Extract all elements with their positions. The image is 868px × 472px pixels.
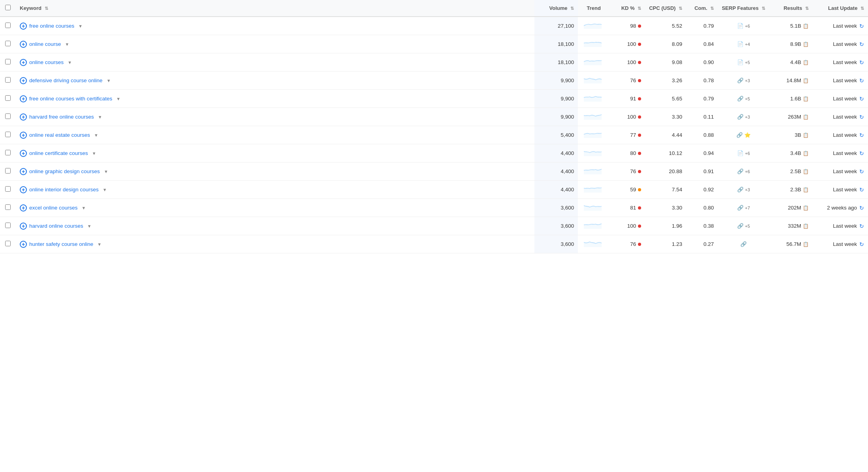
- keyword-link[interactable]: online real estate courses: [29, 132, 90, 138]
- kd-sort-icon[interactable]: ⇅: [638, 6, 641, 11]
- expand-keyword-button[interactable]: ▼: [105, 77, 112, 84]
- row-checkbox[interactable]: [5, 41, 11, 46]
- volume-value: 4,400: [560, 168, 574, 174]
- update-cell: Last week ↻: [813, 235, 868, 253]
- expand-keyword-button[interactable]: ▼: [115, 96, 122, 102]
- header-kd[interactable]: KD % ⇅: [609, 0, 645, 17]
- refresh-icon[interactable]: ↻: [859, 187, 864, 193]
- add-keyword-button[interactable]: +: [20, 95, 27, 102]
- keyword-sort-icon[interactable]: ⇅: [45, 6, 48, 11]
- com-cell: 0.27: [686, 235, 718, 253]
- refresh-icon[interactable]: ↻: [859, 150, 864, 157]
- header-serp[interactable]: SERP Features ⇅: [718, 0, 769, 17]
- refresh-icon[interactable]: ↻: [859, 41, 864, 47]
- expand-keyword-button[interactable]: ▼: [66, 59, 74, 66]
- results-copy-icon: 📋: [803, 23, 809, 29]
- expand-keyword-button[interactable]: ▼: [77, 23, 84, 29]
- com-cell: 0.91: [686, 162, 718, 181]
- add-keyword-button[interactable]: +: [20, 223, 27, 230]
- keyword-link[interactable]: harvard free online courses: [29, 114, 94, 120]
- add-keyword-button[interactable]: +: [20, 59, 27, 66]
- cpc-cell: 1.23: [645, 235, 686, 253]
- expand-keyword-button[interactable]: ▼: [102, 168, 110, 175]
- keyword-link[interactable]: online interior design courses: [29, 187, 99, 193]
- refresh-icon[interactable]: ↻: [859, 77, 864, 84]
- cpc-cell: 4.44: [645, 126, 686, 144]
- row-checkbox[interactable]: [5, 168, 11, 174]
- add-keyword-button[interactable]: +: [20, 41, 27, 48]
- cpc-cell: 10.12: [645, 144, 686, 162]
- header-last-update[interactable]: Last Update ⇅: [813, 0, 868, 17]
- cpc-value: 3.30: [672, 205, 682, 211]
- add-keyword-button[interactable]: +: [20, 241, 27, 248]
- row-checkbox[interactable]: [5, 132, 11, 137]
- refresh-icon[interactable]: ↻: [859, 59, 864, 66]
- add-keyword-button[interactable]: +: [20, 186, 27, 193]
- serp-sort-icon[interactable]: ⇅: [762, 6, 765, 11]
- refresh-icon[interactable]: ↻: [859, 241, 864, 247]
- refresh-icon[interactable]: ↻: [859, 205, 864, 211]
- expand-keyword-button[interactable]: ▼: [96, 114, 104, 120]
- row-checkbox[interactable]: [5, 186, 11, 192]
- add-keyword-button[interactable]: +: [20, 23, 27, 30]
- keyword-link[interactable]: defensive driving course online: [29, 77, 102, 83]
- refresh-icon[interactable]: ↻: [859, 223, 864, 229]
- refresh-icon[interactable]: ↻: [859, 23, 864, 29]
- header-results[interactable]: Results ⇅: [769, 0, 813, 17]
- expand-keyword-button[interactable]: ▼: [101, 187, 109, 193]
- serp-doc-icon: 📄: [737, 41, 743, 47]
- keyword-cell: + online courses ▼: [16, 53, 534, 72]
- add-keyword-button[interactable]: +: [20, 77, 27, 84]
- refresh-icon[interactable]: ↻: [859, 96, 864, 102]
- refresh-icon[interactable]: ↻: [859, 168, 864, 175]
- row-checkbox[interactable]: [5, 241, 11, 246]
- results-sort-icon[interactable]: ⇅: [805, 6, 809, 11]
- keyword-link[interactable]: online graphic design courses: [29, 168, 100, 174]
- cpc-sort-icon[interactable]: ⇅: [679, 6, 682, 11]
- header-cpc[interactable]: CPC (USD) ⇅: [645, 0, 686, 17]
- expand-keyword-button[interactable]: ▼: [91, 150, 98, 157]
- table-row: + online certificate courses ▼ 4,400 80 …: [0, 144, 868, 162]
- keyword-link[interactable]: online courses: [29, 59, 64, 65]
- keyword-link[interactable]: free online courses: [29, 23, 74, 29]
- expand-keyword-button[interactable]: ▼: [96, 241, 103, 247]
- header-keyword[interactable]: Keyword ⇅: [16, 0, 534, 17]
- expand-keyword-button[interactable]: ▼: [80, 205, 87, 211]
- serp-features-cell: 🔗 +6: [737, 168, 750, 174]
- refresh-icon[interactable]: ↻: [859, 114, 864, 120]
- results-value: 3.4B: [790, 150, 801, 156]
- add-keyword-button[interactable]: +: [20, 132, 27, 139]
- keyword-link[interactable]: online course: [29, 41, 61, 47]
- refresh-icon[interactable]: ↻: [859, 132, 864, 138]
- keyword-link[interactable]: excel online courses: [29, 205, 77, 211]
- row-checkbox[interactable]: [5, 204, 11, 210]
- row-checkbox[interactable]: [5, 77, 11, 83]
- add-keyword-button[interactable]: +: [20, 204, 27, 211]
- row-checkbox[interactable]: [5, 223, 11, 228]
- row-checkbox[interactable]: [5, 113, 11, 119]
- volume-sort-icon[interactable]: ⇅: [570, 6, 574, 11]
- header-volume[interactable]: Volume ⇅: [534, 0, 578, 17]
- expand-keyword-button[interactable]: ▼: [92, 132, 100, 138]
- row-checkbox[interactable]: [5, 95, 11, 101]
- row-checkbox-cell: [0, 35, 16, 53]
- com-value: 0.27: [704, 241, 714, 247]
- row-checkbox[interactable]: [5, 23, 11, 28]
- expand-keyword-button[interactable]: ▼: [63, 41, 71, 47]
- update-sort-icon[interactable]: ⇅: [860, 6, 864, 11]
- keyword-link[interactable]: free online courses with certificates: [29, 96, 112, 102]
- add-keyword-button[interactable]: +: [20, 150, 27, 157]
- serp-link-icon: 🔗: [737, 77, 743, 83]
- expand-keyword-button[interactable]: ▼: [86, 223, 93, 229]
- keyword-link[interactable]: online certificate courses: [29, 150, 88, 156]
- row-checkbox-cell: [0, 72, 16, 90]
- row-checkbox[interactable]: [5, 150, 11, 155]
- add-keyword-button[interactable]: +: [20, 113, 27, 121]
- com-sort-icon[interactable]: ⇅: [710, 6, 714, 11]
- select-all-checkbox[interactable]: [5, 5, 11, 10]
- add-keyword-button[interactable]: +: [20, 168, 27, 175]
- header-com[interactable]: Com. ⇅: [686, 0, 718, 17]
- keyword-link[interactable]: harvard online courses: [29, 223, 83, 229]
- keyword-link[interactable]: hunter safety course online: [29, 241, 93, 247]
- row-checkbox[interactable]: [5, 59, 11, 64]
